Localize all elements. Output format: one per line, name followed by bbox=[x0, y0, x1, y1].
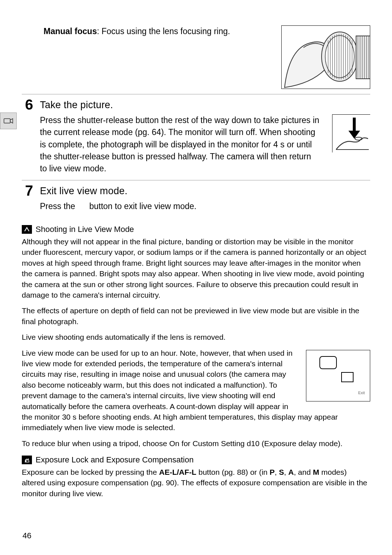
manual-focus-label: Manual focus bbox=[44, 26, 97, 36]
step-6-number: 6 bbox=[22, 97, 36, 112]
page-number: 46 bbox=[23, 531, 31, 540]
note1-p5a: To reduce blur when using a tripod, choo… bbox=[22, 439, 169, 448]
n2t9: , and bbox=[294, 468, 313, 476]
shutter-press-illustration bbox=[332, 114, 370, 152]
note1-p3: Live view shooting ends automatically if… bbox=[22, 332, 370, 342]
note1-p2: The effects of aperture on depth of fiel… bbox=[22, 305, 370, 327]
n2t4: P bbox=[270, 468, 275, 476]
step-6-title: Take the picture. bbox=[40, 99, 370, 111]
manual-focus-line: Manual focus: Focus using the lens focus… bbox=[22, 25, 270, 37]
step-7-text: Press the button to exit live view mode. bbox=[40, 200, 370, 212]
overheat-countdown-illustration: Exit bbox=[306, 350, 370, 401]
note1-p5c: for Custom Setting d10 ( bbox=[179, 439, 264, 448]
svg-rect-16 bbox=[356, 36, 370, 79]
note1-p5d: Exposure delay mode bbox=[264, 439, 338, 448]
n2t3: button (pg. 88) or (in bbox=[196, 468, 270, 476]
step-7-title: Exit live view mode. bbox=[40, 185, 370, 197]
note2-title: Exposure Lock and Exposure Compensation bbox=[36, 455, 193, 465]
note2-text: Exposure can be locked by pressing the A… bbox=[22, 467, 370, 499]
divider bbox=[22, 94, 370, 94]
divider bbox=[22, 180, 370, 180]
note1-p4: Live view mode can be used for up to an … bbox=[22, 349, 338, 432]
n2t1: Exposure can be locked by pressing the bbox=[22, 468, 159, 476]
note1-p1: Although they will not appear in the fin… bbox=[22, 236, 370, 300]
note1-title: Shooting in Live View Mode bbox=[36, 225, 134, 234]
step-6-text: Press the shutter-release button the res… bbox=[40, 114, 320, 175]
section-tab-liveview-icon bbox=[0, 113, 17, 129]
n2t7: , bbox=[284, 468, 289, 476]
note1-p4-wrap: Exit Live view mode can be used for up t… bbox=[22, 348, 370, 433]
step-7-text-a: Press the bbox=[40, 201, 78, 211]
note1-p5e: ). bbox=[338, 439, 343, 448]
caution-badge-icon bbox=[22, 225, 32, 234]
step-7-text-b: button to exit live view mode. bbox=[89, 201, 196, 211]
n2t8: A bbox=[288, 468, 294, 476]
exit-label: Exit bbox=[358, 390, 365, 396]
manual-focus-tail: : Focus using the lens focusing ring. bbox=[97, 26, 230, 36]
svg-rect-0 bbox=[4, 119, 10, 123]
n2t6: S bbox=[279, 468, 284, 476]
step-7-number: 7 bbox=[22, 183, 36, 198]
lens-focus-ring-illustration bbox=[281, 25, 370, 89]
info-badge-icon bbox=[22, 456, 32, 464]
note1-p5b: On bbox=[169, 439, 179, 448]
n2t5: , bbox=[275, 468, 279, 476]
n2t10: M bbox=[313, 468, 319, 476]
n2t2: AE-L/AF-L bbox=[159, 468, 196, 476]
note1-p5: To reduce blur when using a tripod, choo… bbox=[22, 438, 370, 449]
